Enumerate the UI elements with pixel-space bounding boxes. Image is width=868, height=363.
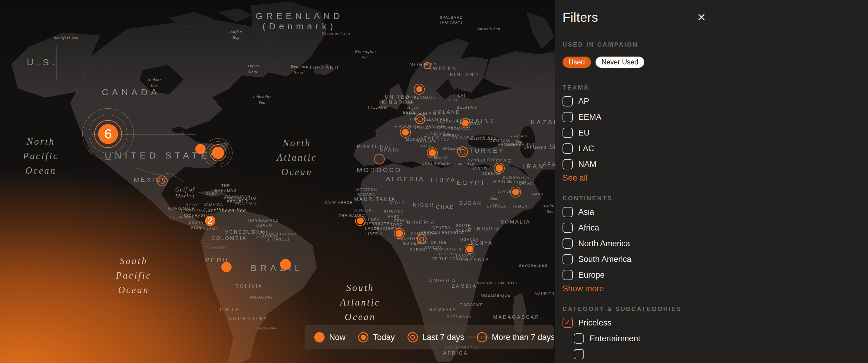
- double-ring-marker-icon: [407, 332, 418, 343]
- map-time-legend: NowTodayLast 7 daysMore than 7 days ago: [305, 325, 554, 350]
- legend-label: Last 7 days: [422, 333, 464, 342]
- category-label-priceless: Priceless: [578, 318, 612, 328]
- ring-marker-icon: [476, 332, 488, 343]
- marker-dot: [496, 165, 503, 172]
- teams-list: APEEMAEULACNAM: [562, 94, 868, 172]
- team-label-eu: EU: [578, 128, 590, 138]
- marker-dot: [280, 259, 291, 270]
- continent-label-africa: Africa: [578, 223, 599, 233]
- team-label-eema: EEMA: [578, 112, 601, 122]
- legend-label: More than 7 days ago: [492, 333, 554, 342]
- pill-used[interactable]: Used: [562, 57, 591, 68]
- continents-show-more-link[interactable]: Show more: [562, 284, 604, 293]
- continent-row-africa: Africa: [562, 220, 868, 236]
- legend-item-today: Today: [358, 332, 395, 343]
- used-in-campaign-header: USED IN CAMPAIGN: [562, 41, 868, 48]
- continent-checkbox-asia[interactable]: [562, 207, 573, 217]
- continent-row-europe: Europe: [562, 267, 868, 283]
- team-row-nam: NAM: [562, 156, 868, 172]
- team-checkbox-lac[interactable]: [562, 143, 573, 154]
- used-in-campaign-toggle: UsedNever Used: [562, 57, 868, 68]
- continent-label-north-america: North America: [578, 239, 630, 249]
- continent-label-south-america: South America: [578, 255, 631, 264]
- marker-ring: [415, 114, 425, 124]
- continent-label-asia: Asia: [578, 207, 594, 217]
- category-row-priceless: Priceless: [562, 315, 868, 331]
- team-label-lac: LAC: [578, 144, 594, 153]
- category-checkbox-item[interactable]: [574, 349, 584, 359]
- teams-see-all-link[interactable]: See all: [562, 173, 588, 183]
- continent-checkbox-south-america[interactable]: [562, 254, 573, 264]
- team-label-ap: AP: [578, 97, 589, 106]
- category-label-entertainment: Entertainment: [589, 334, 640, 343]
- continent-checkbox-africa[interactable]: [562, 223, 573, 233]
- category-row-entertainment: Entertainment: [574, 331, 868, 346]
- legend-item-last-7-days: Last 7 days: [407, 332, 464, 343]
- marker-dot: [357, 218, 364, 224]
- dot-ring-marker-icon: [358, 332, 369, 343]
- marker-dot: [396, 230, 403, 237]
- category-checkbox-entertainment[interactable]: [574, 333, 584, 344]
- legend-label: Today: [373, 333, 395, 342]
- teams-header: TEAMS: [562, 84, 868, 91]
- continent-row-north-america: North America: [562, 236, 868, 252]
- marker-dot: [462, 120, 469, 127]
- marker-dot: [221, 262, 231, 272]
- continent-label-europe: Europe: [578, 270, 604, 280]
- continents-header: CONTINENTS: [562, 195, 868, 202]
- team-checkbox-ap[interactable]: [562, 96, 573, 106]
- marker-ring: [157, 175, 168, 186]
- category-list: PricelessEntertainment: [562, 315, 868, 362]
- continent-row-asia: Asia: [562, 204, 868, 220]
- marker-dot: [512, 189, 519, 195]
- team-checkbox-eema[interactable]: [562, 112, 573, 122]
- marker-ring: [424, 62, 431, 69]
- category-header: CATEGORY & SUBCATEGORIES: [562, 305, 868, 312]
- marker-ring: [417, 234, 427, 244]
- marker-ring: [374, 154, 385, 165]
- marker-dot: [212, 147, 224, 159]
- team-checkbox-nam[interactable]: [562, 159, 573, 169]
- team-row-eema: EEMA: [562, 109, 868, 125]
- continent-checkbox-europe[interactable]: [562, 270, 573, 280]
- marker-dot: [429, 149, 436, 156]
- continent-checkbox-north-america[interactable]: [562, 238, 573, 249]
- legend-label: Now: [329, 333, 345, 342]
- filters-panel: Filters ✕ USED IN CAMPAIGN UsedNever Use…: [555, 0, 868, 363]
- category-checkbox-priceless[interactable]: [562, 318, 573, 328]
- marker-ring: [457, 146, 468, 157]
- team-row-ap: AP: [562, 94, 868, 109]
- category-row-item: [574, 346, 868, 362]
- pill-never-used[interactable]: Never Used: [595, 57, 644, 68]
- marker-dot: 6: [98, 124, 118, 144]
- legend-item-more-than-7-days-ago: More than 7 days ago: [476, 332, 554, 343]
- dot-marker-icon: [314, 332, 325, 343]
- filters-panel-title: Filters: [562, 10, 598, 25]
- team-label-nam: NAM: [578, 160, 596, 169]
- marker-dot: [402, 129, 409, 135]
- continents-list: AsiaAfricaNorth AmericaSouth AmericaEuro…: [562, 204, 868, 283]
- team-row-lac: LAC: [562, 141, 868, 156]
- team-checkbox-eu[interactable]: [562, 128, 573, 138]
- legend-item-now: Now: [314, 332, 345, 343]
- team-row-eu: EU: [562, 125, 868, 141]
- close-icon[interactable]: ✕: [696, 11, 707, 24]
- marker-dot: [466, 245, 473, 252]
- continent-row-south-america: South America: [562, 252, 868, 267]
- marker-dot: [416, 86, 422, 92]
- marker-dot: 2: [205, 216, 215, 226]
